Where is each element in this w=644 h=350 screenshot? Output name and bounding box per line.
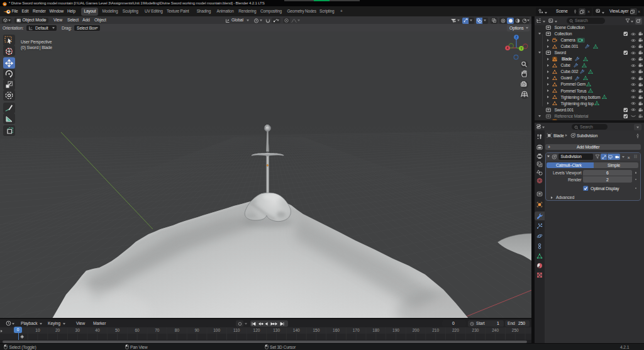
svg-text:Y: Y <box>520 47 522 50</box>
svg-text:X: X <box>507 47 509 50</box>
svg-text:Z: Z <box>516 36 518 39</box>
